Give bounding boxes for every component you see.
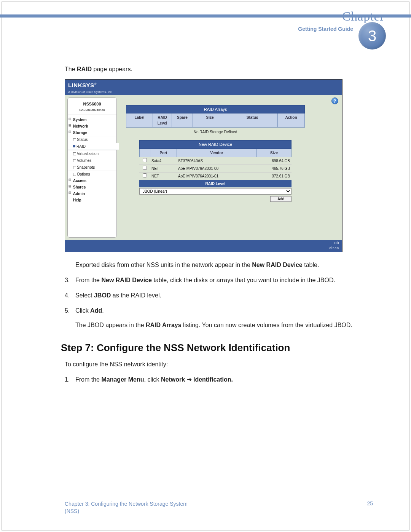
chapter-number-badge: 3 — [358, 22, 386, 50]
device-port: NET — [150, 173, 177, 180]
device-checkbox[interactable] — [143, 173, 147, 177]
nav-sidebar: NSS6000 NAS0018f804e4a0 System Network S… — [67, 97, 117, 238]
guide-label: Getting Started Guide — [298, 26, 353, 32]
nav-system[interactable]: System — [68, 117, 116, 123]
col-status: Status — [227, 113, 278, 127]
nav-shares[interactable]: Shares — [68, 184, 116, 190]
device-vendor: AoE MPIV076A2001-00 — [177, 165, 257, 172]
device-vendor: AoE MPIV076A2001-01 — [177, 173, 257, 180]
col-label: Label — [126, 113, 153, 127]
raid-level-select[interactable]: JBOD (Linear) — [139, 188, 292, 195]
device-size: 465.76 GB — [257, 165, 292, 172]
col-port: Port — [150, 149, 177, 157]
nav-snapshots[interactable]: Snapshots — [68, 164, 116, 171]
col-level: RAID Level — [153, 113, 172, 127]
chapter-label: Chapter — [298, 9, 384, 24]
intro-text: The RAID page appears. — [65, 65, 373, 74]
nav-help[interactable]: Help — [68, 197, 116, 203]
device-row: NETAoE MPIV076A2001-00465.76 GB — [139, 165, 292, 173]
nav-options[interactable]: Options — [68, 171, 116, 177]
col-action: Action — [278, 113, 304, 127]
page-number: 25 — [367, 500, 373, 515]
device-port: NET — [150, 165, 177, 172]
nav-virtualization[interactable]: Virtualization — [68, 150, 116, 157]
chapter-number: 3 — [368, 27, 376, 45]
col-size: Size — [193, 113, 227, 127]
nav-status[interactable]: Status — [68, 136, 116, 143]
arrow-icon: ➜ — [185, 376, 193, 383]
col-spare: Spare — [172, 113, 193, 127]
help-icon[interactable]: ? — [331, 97, 338, 104]
device-row: Sata4ST3750640AS698.64 GB — [139, 157, 292, 165]
device-size: 698.64 GB — [257, 157, 292, 165]
step-7-heading: Step 7: Configure the NSS Network Identi… — [61, 340, 373, 355]
raid-level-bar: RAID Level — [139, 180, 292, 187]
footer-chapter: Chapter 3: Configuring the Network Stora… — [65, 501, 188, 507]
nav-raid[interactable]: RAID — [68, 143, 119, 150]
linksys-logo: LINKSYS® — [68, 81, 97, 90]
device-size: 372.61 GB — [257, 173, 292, 180]
device-vendor: ST3750640AS — [177, 157, 257, 165]
linksys-titlebar: LINKSYS® A Division of Cisco Systems, In… — [65, 80, 342, 95]
col-dev-size: Size — [257, 149, 291, 157]
main-panel: ? RAID Arrays Label RAID Level Spare Siz… — [119, 95, 342, 240]
nav-storage[interactable]: Storage — [68, 129, 116, 136]
step-5: 5. Click Add. The JBOD appears in the RA… — [65, 306, 373, 330]
nav-volumes[interactable]: Volumes — [68, 157, 116, 164]
raid-arrays-title: RAID Arrays — [126, 105, 305, 114]
page-footer: Chapter 3: Configuring the Network Stora… — [65, 500, 373, 515]
nav-access[interactable]: Access — [68, 177, 116, 184]
raid-arrays-header: Label RAID Level Spare Size Status Actio… — [126, 113, 305, 128]
step-5-sub: The JBOD appears in the RAID Arrays list… — [75, 321, 373, 330]
raid-page-screenshot: LINKSYS® A Division of Cisco Systems, In… — [65, 79, 342, 252]
device-port: Sata4 — [150, 157, 177, 165]
new-raid-header: Port Vendor Size — [139, 149, 292, 157]
device-checkbox[interactable] — [143, 158, 147, 162]
footer-nss: (NSS) — [65, 508, 79, 514]
device-row: NETAoE MPIV076A2001-01372.61 GB — [139, 173, 292, 180]
col-checkbox — [140, 149, 150, 157]
device-checkbox[interactable] — [143, 166, 147, 170]
step-7-1: 1. From the Manager Menu, click Network … — [65, 375, 373, 384]
nav-network[interactable]: Network — [68, 123, 116, 129]
nav-admin[interactable]: Admin — [68, 190, 116, 197]
add-button[interactable]: Add — [270, 196, 292, 202]
no-raid-msg: No RAID Storage Defined — [126, 128, 305, 139]
col-vendor: Vendor — [177, 149, 257, 157]
step-7-intro: To configure the NSS network identity: — [65, 360, 373, 369]
device-id: NAS0018f804e4a0 — [68, 108, 116, 115]
new-raid-title: New RAID Device — [139, 140, 292, 149]
linksys-sublogo: A Division of Cisco Systems, Inc. — [68, 90, 339, 94]
cisco-footer: ılıılı cisco — [65, 240, 342, 252]
device-name: NSS6000 — [68, 101, 116, 108]
step-3: 3. From the New RAID Device table, click… — [65, 276, 373, 285]
step-4: 4. Select JBOD as the RAID level. — [65, 291, 373, 300]
exported-disks-para: Exported disks from other NSS units in t… — [75, 260, 373, 270]
